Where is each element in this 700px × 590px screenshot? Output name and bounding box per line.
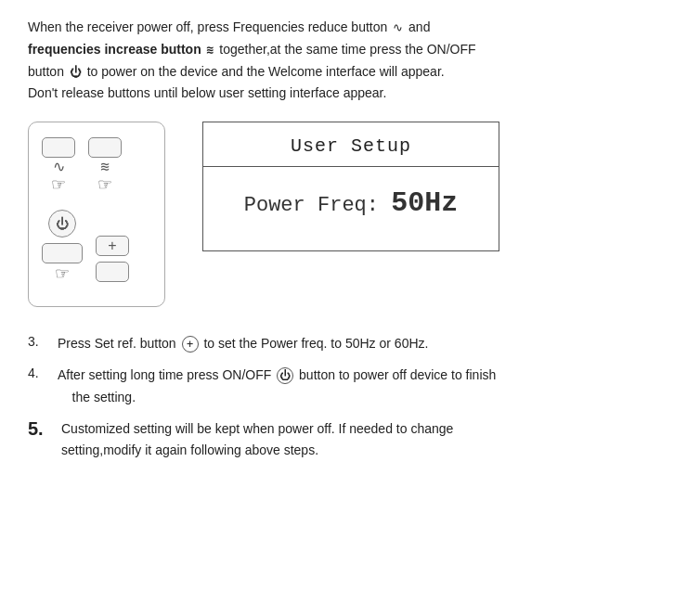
power-icon-inline: ⏻ xyxy=(70,62,82,83)
intro-line2: frequencies increase button ≋ together,a… xyxy=(28,42,476,57)
freq-increase-btn: ≋ ☞ xyxy=(88,137,122,193)
freq-reduce-wave: ∿ xyxy=(53,160,65,174)
power-btn-rect: ⏻ xyxy=(48,210,76,237)
setup-body: Power Freq: 50Hz xyxy=(203,167,499,239)
step-5: 5. Customized setting will be kept when … xyxy=(28,418,672,463)
intro-paragraph: When the receiver power off, press Frequ… xyxy=(28,17,672,105)
step-5-num: 5. xyxy=(28,418,61,440)
setup-title: User Setup xyxy=(203,122,499,167)
step-4-num: 4. xyxy=(28,365,58,380)
freq-increase-wave: ≋ xyxy=(100,160,110,174)
intro-line4: Don't release buttons until below user s… xyxy=(28,85,386,100)
setup-body-label: Power Freq: xyxy=(244,194,379,217)
step-3-text: Press Set ref. button + to set the Power… xyxy=(58,333,672,355)
freq-increase-rect xyxy=(88,137,122,158)
device-top-row: ∿ ☞ ≋ ☞ xyxy=(42,137,151,193)
power-hand: ☞ xyxy=(55,265,70,282)
step-3-num: 3. xyxy=(28,333,58,349)
intro-line1: When the receiver power off, press Frequ… xyxy=(28,19,430,34)
freq-reduce-btn: ∿ ☞ xyxy=(42,137,75,193)
setup-body-value: 50Hz xyxy=(391,187,458,219)
step-5-text: Customized setting will be kept when pow… xyxy=(61,418,672,463)
and-word: and xyxy=(408,19,430,34)
device-bottom-row: ⏻ ☞ + xyxy=(42,210,151,282)
set-ref-icon: + xyxy=(182,336,199,353)
freq-reduce-rect xyxy=(42,137,75,158)
freq-reduce-hand: ☞ xyxy=(51,176,66,193)
plus-btn-rect: + xyxy=(96,236,129,256)
freq-reduce-icon: ∿ xyxy=(393,18,403,38)
freq-increase-icon: ≋ xyxy=(207,40,214,60)
freq-increase-hand: ☞ xyxy=(97,176,112,193)
power-btn-group: ⏻ ☞ xyxy=(42,210,83,282)
bold-text: frequencies increase button ≋ xyxy=(28,42,215,57)
onoff-icon: ⏻ xyxy=(277,367,293,384)
diagram-area: ∿ ☞ ≋ ☞ ⏻ ☞ + User Set xyxy=(28,122,672,307)
step-3: 3. Press Set ref. button + to set the Po… xyxy=(28,333,672,355)
intro-line3: button ⏻ to power on the device and the … xyxy=(28,64,445,79)
plus-btn-group: + xyxy=(96,236,129,282)
power-btn-base xyxy=(42,243,83,263)
user-setup-box: User Setup Power Freq: 50Hz xyxy=(202,122,499,251)
step-4-text: After setting long time press ON/OFF ⏻ b… xyxy=(58,365,672,409)
step-4: 4. After setting long time press ON/OFF … xyxy=(28,365,672,409)
steps-list: 3. Press Set ref. button + to set the Po… xyxy=(28,333,672,462)
device-illustration: ∿ ☞ ≋ ☞ ⏻ ☞ + xyxy=(28,122,165,307)
plus-btn-base xyxy=(96,262,129,282)
power-btn-icon: ⏻ xyxy=(56,216,69,231)
